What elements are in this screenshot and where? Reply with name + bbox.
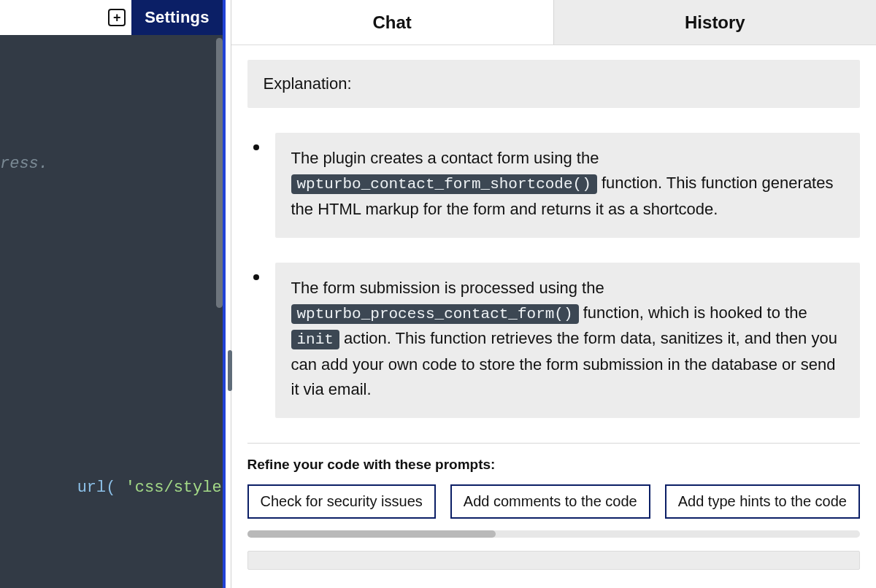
prompt-suggestions: Check for security issues Add comments t… (247, 484, 861, 519)
editor-vertical-scrollbar[interactable] (216, 38, 223, 308)
new-file-button[interactable]: + (102, 0, 131, 35)
prompt-add-comments[interactable]: Add comments to the code (450, 484, 650, 519)
code-comment: ress. (0, 155, 48, 173)
tab-chat[interactable]: Chat (231, 0, 553, 45)
code-area[interactable]: ress. url( 'css/style.css', __FILE_ s_ur… (0, 35, 223, 588)
explanation-text: The plugin creates a contact form using … (275, 133, 861, 238)
tab-history[interactable]: History (553, 0, 876, 45)
editor-toolbar: + Settings (0, 0, 223, 35)
splitter-handle[interactable] (228, 350, 232, 391)
chat-content: Explanation: The plugin creates a contac… (231, 45, 877, 588)
chat-input[interactable] (247, 551, 861, 570)
explanation-list: The plugin creates a contact form using … (247, 133, 861, 443)
code-inline: init (291, 330, 339, 349)
app-root: + Settings ress. url( 'css/style.css', _… (0, 0, 876, 588)
list-item: The form submission is processed using t… (247, 263, 861, 418)
tab-bar: Chat History (231, 0, 877, 45)
explanation-text: The form submission is processed using t… (275, 263, 861, 418)
toolbar-spacer (0, 0, 102, 35)
code-inline: wpturbo_process_contact_form() (291, 304, 579, 324)
prompt-horizontal-scrollbar[interactable] (247, 530, 861, 538)
refine-label: Refine your code with these prompts: (247, 457, 861, 473)
bullet-icon (253, 274, 259, 280)
pane-splitter[interactable] (223, 0, 231, 588)
code-inline: wpturbo_contact_form_shortcode() (291, 174, 597, 194)
scrollbar-thumb[interactable] (247, 530, 496, 538)
bullet-icon (253, 144, 259, 150)
settings-button[interactable]: Settings (131, 0, 222, 35)
text-segment: function, which is hooked to the (583, 303, 807, 322)
prompt-security-check[interactable]: Check for security issues (247, 484, 436, 519)
code-string: 'css/style.css' (126, 479, 223, 497)
code-token: url( (77, 479, 126, 497)
prompt-add-type-hints[interactable]: Add type hints to the code (665, 484, 860, 519)
list-item: The plugin creates a contact form using … (247, 133, 861, 238)
assistant-panel: Chat History Explanation: The plugin cre… (231, 0, 877, 588)
explanation-heading: Explanation: (247, 60, 861, 108)
text-segment: The plugin creates a contact form using … (291, 149, 599, 167)
code-editor-panel: + Settings ress. url( 'css/style.css', _… (0, 0, 223, 588)
text-segment: action. This function retrieves the form… (291, 329, 837, 398)
divider (247, 443, 861, 444)
text-segment: The form submission is processed using t… (291, 279, 604, 297)
plus-icon: + (108, 9, 126, 26)
